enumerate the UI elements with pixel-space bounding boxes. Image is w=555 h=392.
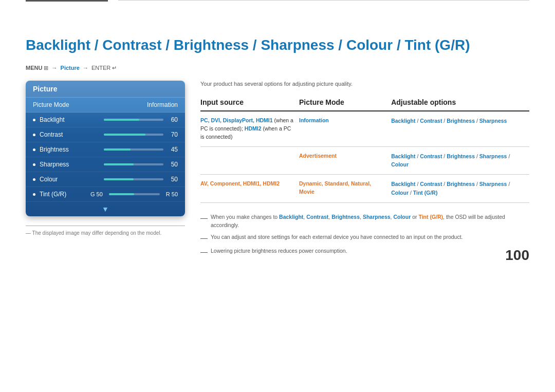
note-text-1: When you make changes to Backlight, Cont… <box>211 213 529 230</box>
left-column: Picture Picture Mode Information Backlig… <box>26 81 185 260</box>
arrow-2: → <box>83 65 90 71</box>
note-dash-3: ― <box>200 247 208 256</box>
backlight-label: Backlight <box>40 116 100 123</box>
colour-fill <box>104 178 134 180</box>
table-header-row: Input source Picture Mode Adjustable opt… <box>200 95 529 111</box>
brightness-label: Brightness <box>40 146 100 153</box>
down-arrow-icon: ▼ <box>102 205 109 213</box>
col-header-input-source: Input source <box>200 95 299 111</box>
tv-footer: ▼ <box>26 202 185 216</box>
dot-icon <box>33 148 35 151</box>
picture-mode-dynamic: Dynamic, Standard, Natural, Movie <box>299 180 371 195</box>
contrast-fill <box>104 134 146 136</box>
picture-link: Picture <box>61 65 80 71</box>
col-header-picture-mode: Picture Mode <box>299 95 391 111</box>
note-text-3: Lowering picture brightness reduces powe… <box>211 247 347 256</box>
note-dash-1: ― <box>200 213 208 230</box>
note-text-2: You can adjust and store settings for ea… <box>211 233 463 242</box>
tv-item-backlight: Backlight 60 <box>26 113 185 127</box>
colour-slider <box>104 178 164 180</box>
info-table: Input source Picture Mode Adjustable opt… <box>200 95 529 202</box>
input-source-cell-1: PC, DVI, DisplayPort, HDMI1 (when a PC i… <box>200 111 299 146</box>
tint-g-label: G 50 <box>90 191 103 197</box>
note-item-1: ― When you make changes to Backlight, Co… <box>200 213 529 230</box>
tv-ui-header: Picture <box>26 81 185 98</box>
colour-value: 50 <box>168 176 178 183</box>
dot-icon <box>33 119 35 121</box>
adj-options-3: Backlight / Contrast / Brightness / Shar… <box>391 181 510 196</box>
menu-label: MENU <box>26 65 42 71</box>
picture-mode-row: Picture Mode Information <box>26 98 185 113</box>
sharpness-label: Sharpness <box>40 161 100 168</box>
input-source-text-3: AV, Component, HDMI1, HDMI2 <box>200 180 280 186</box>
col-header-adjustable: Adjustable options <box>391 95 529 111</box>
page-number: 100 <box>505 247 529 264</box>
note-item-2: ― You can adjust and store settings for … <box>200 233 529 242</box>
content-columns: Picture Picture Mode Information Backlig… <box>26 81 529 260</box>
contrast-value: 70 <box>168 131 178 138</box>
picture-mode-cell-3: Dynamic, Standard, Natural, Movie <box>299 175 391 203</box>
adjustable-cell-3: Backlight / Contrast / Brightness / Shar… <box>391 175 529 203</box>
brightness-slider <box>104 148 164 151</box>
tint-slider <box>109 193 160 195</box>
note-item-3: ― Lowering picture brightness reduces po… <box>200 247 529 256</box>
adj-options-1: Backlight / Contrast / Brightness / Shar… <box>391 118 507 124</box>
input-source-cell-2 <box>200 146 299 175</box>
menu-icon: ⊞ <box>44 65 48 71</box>
table-row: PC, DVI, DisplayPort, HDMI1 (when a PC i… <box>200 111 529 146</box>
brightness-value: 45 <box>168 146 178 153</box>
table-row: AV, Component, HDMI1, HDMI2 Dynamic, Sta… <box>200 175 529 203</box>
adjustable-cell-2: Backlight / Contrast / Brightness / Shar… <box>391 146 529 175</box>
tv-item-sharpness: Sharpness 50 <box>26 157 185 172</box>
backlight-fill <box>104 119 140 121</box>
backlight-slider <box>104 119 164 121</box>
input-source-cell-3: AV, Component, HDMI1, HDMI2 <box>200 175 299 203</box>
menu-navigation: MENU ⊞ → Picture → ENTER ↵ <box>26 65 529 71</box>
picture-mode-label: Picture Mode <box>33 101 147 108</box>
dot-icon <box>33 134 35 136</box>
backlight-value: 60 <box>168 116 178 123</box>
contrast-slider <box>104 134 164 136</box>
tv-item-tint: Tint (G/R) G 50 R 50 <box>26 187 185 202</box>
right-column: Your product has several options for adj… <box>200 81 529 260</box>
colour-label: Colour <box>40 176 100 183</box>
dot-icon <box>33 163 35 166</box>
tint-label: Tint (G/R) <box>40 191 90 198</box>
dot-icon <box>33 193 35 196</box>
input-source-text-1: PC, DVI, DisplayPort, HDMI1 <box>200 117 273 123</box>
tint-r-label: R 50 <box>166 191 178 197</box>
tv-item-brightness: Brightness 45 <box>26 142 185 157</box>
table-row: Advertisement Backlight / Contrast / Bri… <box>200 146 529 175</box>
note-dash-2: ― <box>200 233 208 242</box>
brightness-fill <box>104 148 131 151</box>
adj-options-2: Backlight / Contrast / Brightness / Shar… <box>391 153 510 168</box>
tint-fill <box>109 193 134 195</box>
tv-screen-ui: Picture Picture Mode Information Backlig… <box>26 81 185 216</box>
tv-item-contrast: Contrast 70 <box>26 127 185 142</box>
arrow-1: → <box>52 65 59 71</box>
input-source-text-1b: HDMI2 <box>245 125 262 132</box>
enter-icon: ↵ <box>112 65 117 71</box>
tv-footnote: ― The displayed image may differ dependi… <box>26 226 185 236</box>
dot-icon <box>33 178 35 181</box>
right-intro-text: Your product has several options for adj… <box>200 81 529 87</box>
picture-mode-cell-1: Information <box>299 111 391 146</box>
picture-mode-value: Information <box>147 101 178 108</box>
page-title: Backlight / Contrast / Brightness / Shar… <box>26 36 529 54</box>
tv-item-colour: Colour 50 <box>26 172 185 187</box>
picture-mode-advertisement: Advertisement <box>299 153 337 159</box>
sharpness-value: 50 <box>168 161 178 168</box>
picture-mode-info: Information <box>299 117 329 123</box>
footnote-dash: ― <box>26 230 32 236</box>
sharpness-fill <box>104 163 134 165</box>
notes-section: ― When you make changes to Backlight, Co… <box>200 213 529 256</box>
picture-mode-cell-2: Advertisement <box>299 146 391 175</box>
title-section: Backlight / Contrast / Brightness / Shar… <box>26 36 529 54</box>
contrast-label: Contrast <box>40 131 100 138</box>
adjustable-cell-1: Backlight / Contrast / Brightness / Shar… <box>391 111 529 146</box>
sharpness-slider <box>104 163 164 165</box>
footnote-text: The displayed image may differ depending… <box>32 230 162 236</box>
enter-label: ENTER <box>91 65 110 71</box>
